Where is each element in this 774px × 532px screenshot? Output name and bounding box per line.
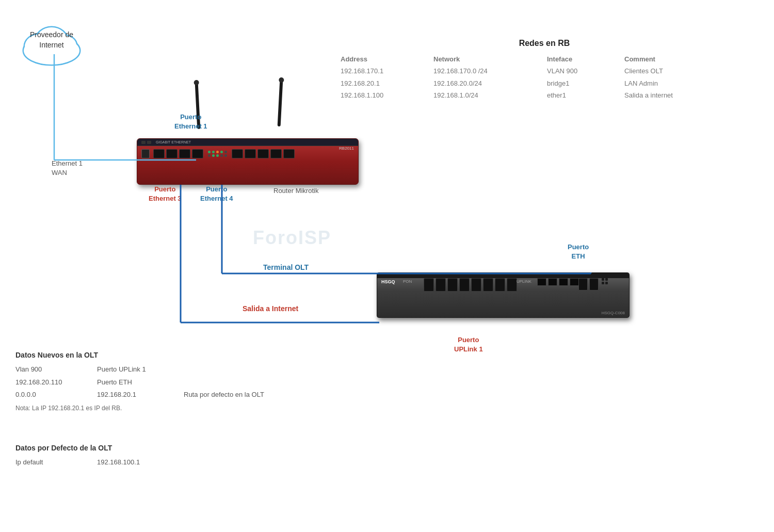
olt-rj45-1 (537, 278, 546, 286)
router-port-eth3 (179, 149, 190, 158)
router-device: GIGABIT ETHERNET RB2011 (137, 138, 359, 185)
olt-rj45-2 (548, 278, 557, 286)
table-cell: ether1 (547, 89, 624, 101)
table-cell: 192.168.170.0 /24 (433, 65, 547, 77)
olt-sfp-5 (471, 278, 481, 292)
table-cell: 192.168.20.1 (341, 77, 433, 89)
router-usb-port (141, 149, 150, 158)
ip-default-label: Ip default (15, 456, 93, 469)
olt-sfp-7 (495, 278, 505, 292)
datos-defecto-section: Datos por Defecto de la OLT Ip default 1… (15, 444, 140, 469)
ip-default-value: 192.168.100.1 (97, 456, 140, 469)
router-label: RB2011 (339, 146, 354, 151)
default-route-ip: 0.0.0.0 (15, 389, 93, 401)
table-cell: 192.168.170.1 (341, 65, 433, 77)
olt-note: Nota: La IP 192.168.20.1 es IP del RB. (15, 402, 377, 414)
table-cell: bridge1 (547, 77, 624, 89)
olt-sfp-6 (483, 278, 493, 292)
router-port-eth6 (245, 149, 256, 158)
table-cell: Clientes OLT (624, 65, 728, 77)
table-cell: VLAN 900 (547, 65, 624, 77)
network-table: Address Network Inteface Comment 192.168… (341, 53, 748, 102)
puerto-uplink-value: Puerto UPLink 1 (97, 363, 180, 376)
col-header-network: Network (433, 53, 547, 65)
antenna-right (279, 80, 282, 126)
puerto-eth-value: Puerto ETH (97, 376, 180, 389)
table-cell: 192.168.1.0/24 (433, 89, 547, 101)
olt-model-label: HSGQ-C008 (602, 311, 625, 315)
isp-label: Proveedor de Internet (15, 30, 88, 50)
col-header-interface: Inteface (547, 53, 624, 65)
col-header-address: Address (341, 53, 433, 65)
olt-eth-port-2 (589, 278, 599, 291)
network-table-title: Redes en RB (341, 39, 748, 48)
table-cell: 192.168.20.0/24 (433, 77, 547, 89)
router-port-eth7 (257, 149, 269, 158)
puerto-eth-label: Puerto ETH (568, 243, 589, 261)
puerto-eth4-label: Puerto Ethernet 4 (200, 185, 233, 203)
table-cell: LAN Admin (624, 77, 728, 89)
olt-sfp-4 (459, 278, 470, 292)
default-route-desc: Ruta por defecto en la OLT (184, 389, 377, 401)
router-port-eth5 (232, 149, 243, 158)
router-port-eth8 (270, 149, 282, 158)
ip-olt-label: 192.168.20.110 (15, 376, 93, 389)
salida-internet-label: Salida a Internet (243, 304, 298, 313)
olt-sfp-8 (507, 278, 517, 292)
router-port-eth1 (153, 149, 165, 158)
datos-nuevos-title: Datos Nuevos en la OLT (15, 351, 377, 359)
router-port-eth4 (192, 149, 203, 158)
olt-rj45-4 (570, 278, 579, 286)
col-header-comment: Comment (624, 53, 728, 65)
router-label-text: Router Mikrotik (273, 187, 318, 195)
router-port-eth2 (166, 149, 178, 158)
puerto-eth1-label: Puerto Ethernet 1 (174, 112, 207, 131)
datos-nuevos-section: Datos Nuevos en la OLT Vlan 900 Puerto U… (15, 351, 377, 414)
table-cell: 192.168.1.100 (341, 89, 433, 101)
network-table-section: Redes en RB Address Network Inteface Com… (341, 39, 748, 102)
olt-sfp-1 (424, 278, 434, 292)
puerto-uplink1-label: Puerto UPLink 1 (454, 335, 483, 354)
router-port-eth9 (283, 149, 295, 158)
datos-defecto-title: Datos por Defecto de la OLT (15, 444, 140, 452)
olt-device: HSGQ PON UPLINK HSGQ-C008 (377, 272, 630, 318)
puerto-eth3-label: Puerto Ethernet 3 (149, 185, 182, 203)
watermark: ForoISP (253, 227, 331, 249)
default-route-gw: 192.168.20.1 (97, 389, 180, 401)
terminal-olt-label: Terminal OLT (263, 263, 309, 271)
olt-sfp-3 (447, 278, 458, 292)
olt-rj45-3 (559, 278, 568, 286)
table-cell: Salida a internet (624, 89, 728, 101)
router-led-panel (208, 151, 227, 157)
olt-eth-port (578, 278, 588, 291)
vlan-label: Vlan 900 (15, 363, 93, 376)
olt-sfp-2 (436, 278, 446, 292)
wan-label: Ethernet 1 WAN (52, 159, 83, 178)
